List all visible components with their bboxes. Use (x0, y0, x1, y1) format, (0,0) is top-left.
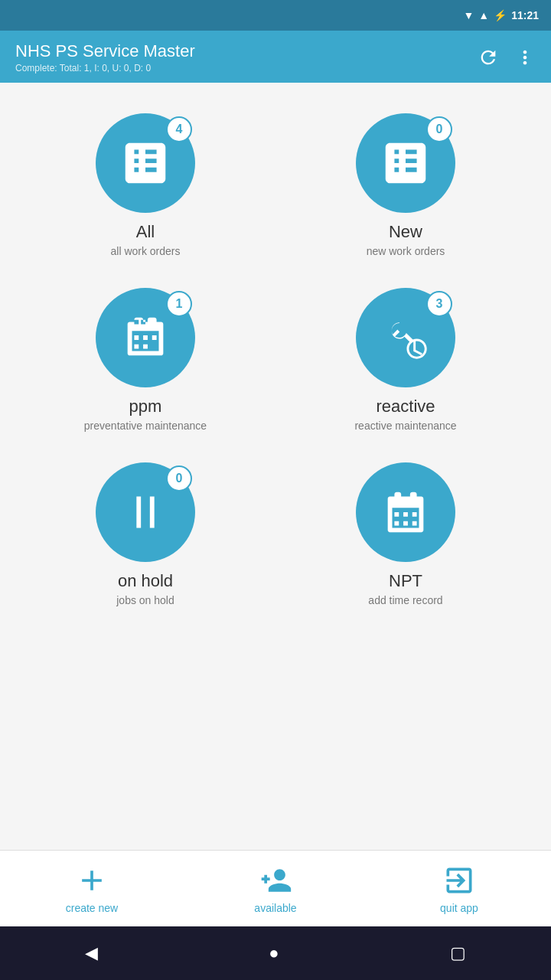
back-button[interactable]: ◀ (85, 943, 98, 963)
card-all[interactable]: 4 All all work orders (31, 106, 260, 265)
wifi-icon: ▼ (463, 9, 474, 21)
nav-create-new-label: create new (66, 902, 118, 914)
card-on-hold-badge: 0 (166, 466, 192, 492)
card-ppm-badge: 1 (166, 291, 192, 317)
card-new[interactable]: 0 New new work orders (291, 106, 520, 265)
card-new-subtitle: new work orders (367, 245, 445, 257)
card-on-hold[interactable]: 0 on hold jobs on hold (31, 455, 260, 614)
card-reactive-title: reactive (376, 397, 435, 416)
exit-icon (442, 864, 476, 897)
card-new-title: New (389, 222, 422, 242)
app-subtitle: Complete: Total: 1, I: 0, U: 0, D: 0 (15, 63, 195, 74)
status-bar: ▼ ▲ ⚡ 11:21 (0, 0, 551, 31)
nav-create-new[interactable]: create new (0, 864, 184, 914)
card-npt-title: NPT (389, 571, 422, 591)
card-ppm[interactable]: 1 ppm preventative maintenance (31, 280, 260, 439)
nav-quit-app[interactable]: quit app (367, 864, 551, 914)
person-plus-icon (259, 864, 292, 897)
card-all-badge: 4 (166, 116, 192, 142)
signal-icon: ▲ (478, 9, 489, 21)
card-reactive-subtitle: reactive maintenance (354, 420, 456, 432)
card-on-hold-title: on hold (118, 571, 173, 591)
card-new-badge: 0 (426, 116, 452, 142)
card-ppm-title: ppm (129, 397, 162, 416)
card-npt-subtitle: add time record (368, 594, 442, 606)
plus-icon (75, 864, 109, 897)
card-ppm-subtitle: preventative maintenance (84, 420, 207, 432)
app-title: NHS PS Service Master (15, 41, 195, 61)
bottom-nav: create new available quit app (0, 850, 551, 926)
card-on-hold-subtitle: jobs on hold (116, 594, 174, 606)
card-reactive-badge: 3 (426, 291, 452, 317)
main-content: 4 All all work orders 0 New new work ord… (0, 83, 551, 850)
card-reactive[interactable]: 3 reactive reactive maintenance (291, 280, 520, 439)
more-options-icon[interactable] (514, 47, 536, 68)
card-all-title: All (136, 222, 155, 242)
nav-available[interactable]: available (184, 864, 367, 914)
nav-available-label: available (254, 902, 296, 914)
android-nav-bar: ◀ ● ▢ (0, 926, 551, 980)
cards-grid: 4 All all work orders 0 New new work ord… (31, 106, 520, 614)
app-bar: NHS PS Service Master Complete: Total: 1… (0, 31, 551, 83)
nav-quit-app-label: quit app (440, 902, 478, 914)
recents-button[interactable]: ▢ (450, 943, 466, 963)
card-npt[interactable]: NPT add time record (291, 455, 520, 614)
home-button[interactable]: ● (269, 943, 279, 963)
refresh-icon[interactable] (478, 47, 499, 68)
card-all-subtitle: all work orders (110, 245, 180, 257)
battery-icon: ⚡ (494, 9, 507, 21)
time: 11:21 (511, 9, 539, 21)
